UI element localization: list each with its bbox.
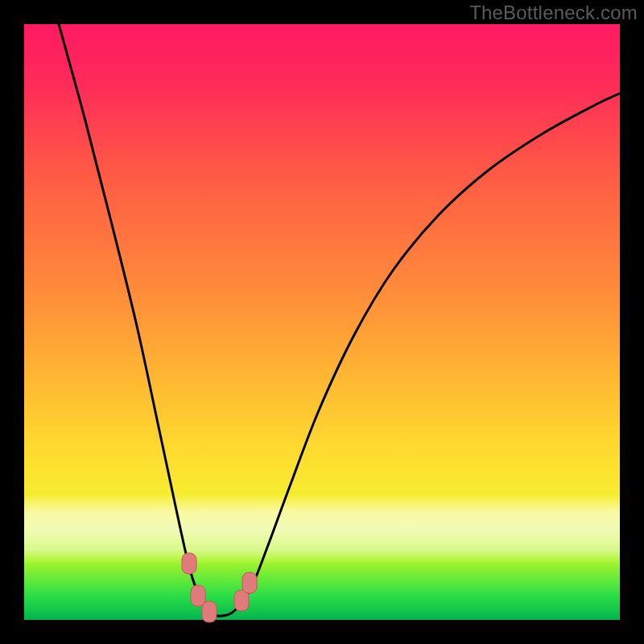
chart-overlay bbox=[0, 0, 644, 644]
curve-marker bbox=[182, 553, 196, 574]
curve-marker bbox=[202, 601, 217, 622]
curve-marker bbox=[191, 585, 205, 606]
curve-marker bbox=[242, 572, 257, 593]
bottleneck-curve bbox=[59, 24, 620, 616]
marker-group bbox=[182, 553, 257, 622]
